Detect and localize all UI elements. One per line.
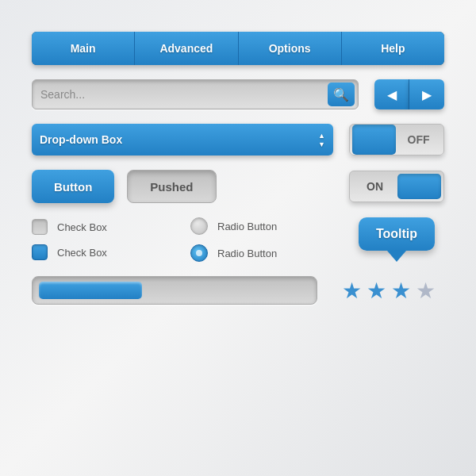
radio-checked-item: Radio Button <box>190 244 333 262</box>
tooltip-tail <box>387 251 406 262</box>
search-placeholder: Search... <box>40 88 328 101</box>
nav-left-button[interactable]: ◀ <box>374 79 409 109</box>
radio-unchecked[interactable] <box>190 217 208 235</box>
dropdown-area: Drop-down Box ▲ ▼ <box>32 124 333 155</box>
main-container: Main Advanced Options Help Search... 🔍 ◀… <box>24 24 452 452</box>
tab-advanced[interactable]: Advanced <box>135 32 238 65</box>
star-2[interactable]: ★ <box>367 278 386 304</box>
buttons-row: Button Pushed ON <box>32 170 444 203</box>
search-bar[interactable]: Search... 🔍 <box>32 79 359 109</box>
right-arrow-icon: ▶ <box>422 87 432 102</box>
search-area: Search... 🔍 <box>32 79 359 109</box>
nav-right-button[interactable]: ▶ <box>409 79 444 109</box>
tab-help[interactable]: Help <box>342 32 444 65</box>
progress-bar-container[interactable] <box>32 276 317 305</box>
checkbox-checked-label: Check Box <box>57 247 107 259</box>
radio-section: Radio Button Radio Button <box>190 217 333 262</box>
pushed-button[interactable]: Pushed <box>127 170 216 203</box>
toggle-on-label: ON <box>350 180 395 193</box>
down-arrow-icon: ▼ <box>318 140 325 148</box>
checkbox-checked[interactable] <box>32 244 48 260</box>
checkboxes-row: Check Box Check Box Radio Button Radio B… <box>32 217 444 262</box>
dropdown-box[interactable]: Drop-down Box ▲ ▼ <box>32 124 333 155</box>
radio-checked-label: Radio Button <box>217 248 277 259</box>
toggle-off-handle <box>352 125 396 155</box>
radio-unchecked-item: Radio Button <box>190 217 333 235</box>
toggle-on-area: ON <box>349 171 444 202</box>
dropdown-label: Drop-down Box <box>40 133 122 146</box>
toggle-on-handle <box>397 174 441 199</box>
tooltip: Tooltip <box>359 217 435 251</box>
star-1[interactable]: ★ <box>342 278 362 304</box>
checkbox-unchecked-label: Check Box <box>57 221 107 233</box>
radio-unchecked-label: Radio Button <box>217 221 277 232</box>
toggle-on[interactable]: ON <box>349 171 444 202</box>
toggle-off[interactable]: OFF <box>349 124 444 155</box>
toggle-off-label: OFF <box>398 133 443 146</box>
blue-button[interactable]: Button <box>32 170 114 203</box>
checkbox-unchecked[interactable] <box>32 219 48 235</box>
radio-checked[interactable] <box>190 244 208 262</box>
toggle-off-area: OFF <box>349 124 444 155</box>
tab-options[interactable]: Options <box>239 32 342 65</box>
checkbox-section: Check Box Check Box <box>32 219 175 260</box>
left-arrow-icon: ◀ <box>387 87 397 102</box>
tooltip-area: Tooltip <box>349 217 444 262</box>
search-nav-row: Search... 🔍 ◀ ▶ <box>32 79 444 109</box>
up-arrow-icon: ▲ <box>318 132 325 140</box>
star-rating: ★ ★ ★ ★ <box>342 278 436 304</box>
progress-fill <box>39 282 142 299</box>
dropdown-toggle-row: Drop-down Box ▲ ▼ OFF <box>32 124 444 155</box>
checkbox-checked-item: Check Box <box>32 244 175 260</box>
checkbox-unchecked-item: Check Box <box>32 219 175 235</box>
nav-arrows: ◀ ▶ <box>374 79 444 109</box>
tab-bar: Main Advanced Options Help <box>32 32 444 65</box>
tab-main[interactable]: Main <box>32 32 135 65</box>
progress-stars-row: ★ ★ ★ ★ <box>32 276 444 305</box>
search-button[interactable]: 🔍 <box>328 83 355 106</box>
star-3[interactable]: ★ <box>391 278 411 304</box>
star-4[interactable]: ★ <box>416 278 436 304</box>
dropdown-arrows: ▲ ▼ <box>318 132 325 148</box>
search-icon: 🔍 <box>333 87 349 102</box>
